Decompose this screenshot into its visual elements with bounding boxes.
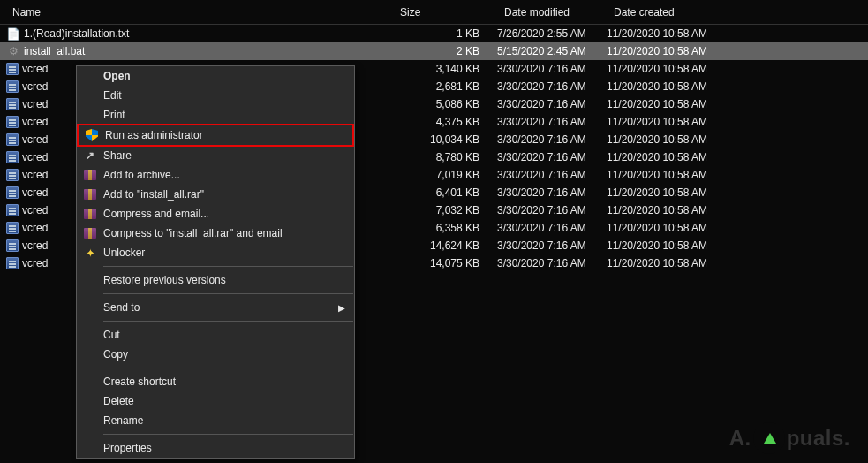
file-created: 11/20/2020 10:58 AM	[607, 222, 730, 234]
file-name-label: vcred	[22, 169, 48, 181]
share-icon-slot	[80, 149, 100, 162]
watermark-text-suffix: puals	[787, 426, 850, 451]
file-modified: 3/30/2020 7:16 AM	[497, 204, 607, 216]
file-size: 10,034 KB	[393, 133, 497, 146]
shield-icon	[86, 129, 98, 141]
unlocker-icon	[86, 247, 95, 260]
file-modified: 3/30/2020 7:16 AM	[497, 239, 607, 252]
file-size: 6,401 KB	[393, 186, 497, 199]
menu-item-add-to-install-all-rar[interactable]: Add to "install_all.rar"	[77, 185, 354, 204]
menu-item-label: Send to	[100, 301, 338, 314]
column-header-name[interactable]: Name	[0, 6, 393, 19]
menu-item-add-to-archive[interactable]: Add to archive...	[77, 165, 354, 185]
file-created: 11/20/2020 10:58 AM	[607, 151, 730, 163]
menu-item-delete[interactable]: Delete	[77, 391, 354, 411]
file-created: 11/20/2020 10:58 AM	[607, 45, 730, 57]
file-size: 14,624 KB	[393, 239, 497, 252]
exe-file-icon	[6, 98, 19, 110]
menu-item-label: Unlocker	[100, 247, 354, 259]
file-row[interactable]: 1.(Read)installation.txt1 KB7/26/2020 2:…	[0, 25, 868, 42]
bat-file-icon	[6, 44, 20, 58]
menu-item-print[interactable]: Print	[77, 105, 354, 125]
menu-item-label: Run as administrator	[102, 129, 352, 141]
file-modified: 3/30/2020 7:16 AM	[497, 116, 607, 128]
menu-item-compress-and-email[interactable]: Compress and email...	[77, 204, 354, 224]
menu-item-open[interactable]: Open	[77, 66, 354, 86]
menu-item-create-shortcut[interactable]: Create shortcut	[77, 372, 354, 391]
exe-file-icon	[6, 80, 19, 93]
file-size: 5,086 KB	[393, 98, 497, 110]
menu-item-label: Properties	[100, 442, 354, 454]
column-header-size[interactable]: Size	[393, 6, 497, 19]
menu-item-label: Print	[100, 109, 354, 121]
file-row[interactable]: install_all.bat2 KB5/15/2020 2:45 AM11/2…	[0, 42, 868, 60]
menu-separator	[103, 434, 353, 435]
menu-item-label: Open	[100, 70, 354, 82]
file-size: 2 KB	[393, 45, 497, 57]
file-name-label: vcred	[22, 63, 48, 75]
file-name-label: vcred	[22, 239, 48, 252]
file-created: 11/20/2020 10:58 AM	[607, 63, 730, 75]
menu-item-restore-previous-versions[interactable]: Restore previous versions	[77, 270, 354, 290]
file-created: 11/20/2020 10:58 AM	[607, 80, 730, 93]
column-header-created[interactable]: Date created	[607, 6, 730, 19]
file-modified: 7/26/2020 2:55 AM	[497, 27, 607, 40]
menu-item-label: Add to "install_all.rar"	[100, 188, 354, 201]
exe-file-icon	[6, 186, 19, 199]
file-name-label: vcred	[22, 222, 48, 234]
menu-item-properties[interactable]: Properties	[77, 438, 354, 458]
menu-item-label: Copy	[100, 348, 354, 361]
menu-item-rename[interactable]: Rename	[77, 411, 354, 430]
file-name-label: 1.(Read)installation.txt	[24, 27, 129, 40]
menu-item-edit[interactable]: Edit	[77, 86, 354, 105]
file-modified: 3/30/2020 7:16 AM	[497, 133, 607, 146]
exe-file-icon	[6, 239, 19, 252]
menu-separator	[103, 321, 353, 322]
unlocker-icon-slot	[80, 247, 100, 260]
menu-item-unlocker[interactable]: Unlocker	[77, 243, 354, 262]
menu-item-compress-to-install-all-rar-and-email[interactable]: Compress to "install_all.rar" and email	[77, 224, 354, 243]
file-name-label: vcred	[22, 80, 48, 93]
file-created: 11/20/2020 10:58 AM	[607, 239, 730, 252]
exe-file-icon	[6, 169, 19, 181]
file-created: 11/20/2020 10:58 AM	[607, 186, 730, 199]
archive-icon-slot	[80, 228, 100, 239]
archive-icon-slot	[80, 170, 100, 180]
submenu-arrow-icon: ▶	[338, 303, 354, 313]
file-created: 11/20/2020 10:58 AM	[607, 133, 730, 146]
file-size: 4,375 KB	[393, 116, 497, 128]
file-name-label: vcred	[22, 186, 48, 199]
menu-item-label: Edit	[100, 89, 354, 102]
file-name-label: vcred	[22, 133, 48, 146]
archive-icon	[84, 189, 96, 200]
menu-item-share[interactable]: Share	[77, 146, 354, 165]
exe-file-icon	[6, 63, 19, 75]
menu-item-label: Cut	[100, 329, 354, 341]
menu-item-cut[interactable]: Cut	[77, 325, 354, 345]
play-triangle-icon	[764, 433, 776, 444]
exe-file-icon	[6, 257, 19, 269]
file-modified: 5/15/2020 2:45 AM	[497, 45, 607, 57]
archive-icon	[84, 228, 96, 239]
txt-file-icon	[6, 27, 20, 41]
file-modified: 3/30/2020 7:16 AM	[497, 80, 607, 93]
file-modified: 3/30/2020 7:16 AM	[497, 63, 607, 75]
file-created: 11/20/2020 10:58 AM	[607, 169, 730, 181]
archive-icon	[84, 170, 96, 180]
column-header-row: Name Size Date modified Date created	[0, 0, 868, 25]
menu-item-label: Compress to "install_all.rar" and email	[100, 227, 354, 239]
archive-icon-slot	[80, 209, 100, 219]
menu-item-label: Create shortcut	[100, 376, 354, 388]
watermark-logo-circle	[753, 422, 785, 454]
file-name-label: vcred	[22, 204, 48, 216]
menu-item-label: Restore previous versions	[100, 274, 354, 286]
column-header-modified[interactable]: Date modified	[497, 6, 607, 19]
file-name-label: vcred	[22, 151, 48, 163]
menu-item-label: Delete	[100, 395, 354, 407]
menu-item-copy[interactable]: Copy	[77, 345, 354, 364]
file-created: 11/20/2020 10:58 AM	[607, 257, 730, 269]
menu-item-send-to[interactable]: Send to▶	[77, 298, 354, 317]
file-modified: 3/30/2020 7:16 AM	[497, 186, 607, 199]
file-size: 1 KB	[393, 27, 497, 40]
menu-item-run-as-administrator[interactable]: Run as administrator	[77, 124, 354, 147]
